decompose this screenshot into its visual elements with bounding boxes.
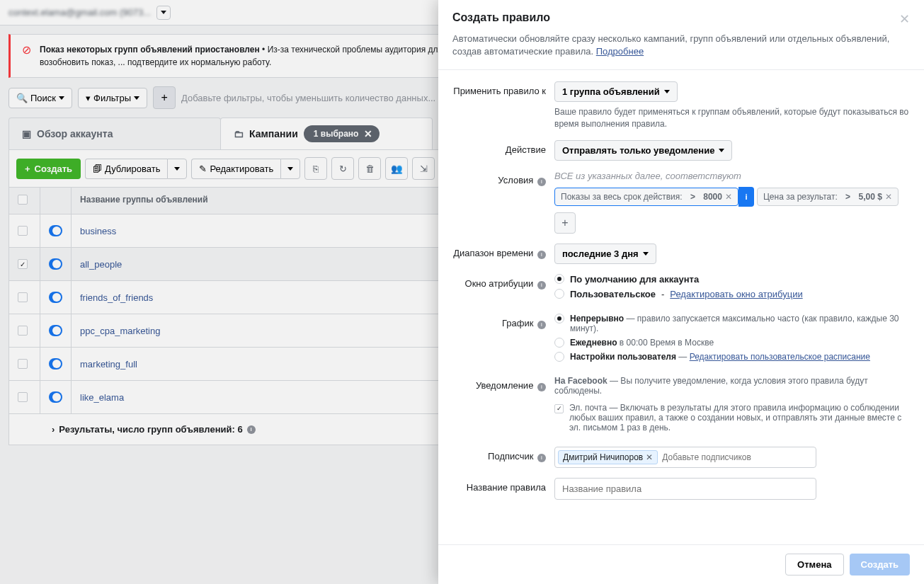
sched-daily-radio[interactable] (554, 338, 564, 348)
apply-to-select[interactable]: 1 группа объявлений (554, 81, 678, 102)
email-checkbox[interactable]: ✓ (554, 404, 564, 413)
apply-to-help: Ваше правило будет применяться к группам… (554, 106, 910, 130)
label-time-range: Диапазон времени i (452, 244, 546, 264)
add-condition-button[interactable]: + (554, 212, 576, 234)
attrib-default-radio[interactable] (554, 274, 564, 284)
label-subscriber: Подписчик i (452, 447, 546, 468)
condition-2[interactable]: Цена за результат: > 5,00 $ ✕ (757, 188, 899, 206)
edit-attribution-link[interactable]: Редактировать окно атрибуции (670, 289, 802, 299)
label-apply-to: Применить правило к (452, 81, 546, 130)
modal-description: Автоматически обновляйте сразу несколько… (438, 33, 924, 70)
time-range-select[interactable]: последние 3 дня (554, 244, 656, 264)
sched-continuous-radio[interactable] (554, 314, 564, 324)
condition-1[interactable]: Показы за весь срок действия: > 8000 ✕ (554, 188, 738, 206)
rule-name-input[interactable] (554, 478, 816, 500)
cond1-info-icon[interactable]: i (738, 187, 754, 207)
label-schedule: График i (452, 314, 546, 366)
subscriber-token: Дмитрий Ничипоров ✕ (558, 450, 658, 464)
label-action: Действие (452, 140, 546, 161)
label-attribution: Окно атрибуции i (452, 274, 546, 304)
label-notification: Уведомление i (452, 376, 546, 437)
cond1-remove-icon[interactable]: ✕ (725, 192, 732, 202)
subscriber-input[interactable]: Дмитрий Ничипоров ✕ (554, 447, 816, 468)
action-select[interactable]: Отправлять только уведомление (554, 140, 732, 161)
sched-custom-radio[interactable] (554, 352, 564, 362)
conditions-hint: ВСЕ из указанных далее, соответствуют (554, 171, 910, 181)
label-conditions: Условия i (452, 171, 546, 234)
subscriber-text-input[interactable] (662, 452, 813, 462)
create-rule-button[interactable]: Создать (850, 554, 910, 576)
close-icon[interactable]: ✕ (899, 11, 910, 27)
learn-more-link[interactable]: Подробнее (596, 46, 644, 57)
attrib-custom-radio[interactable] (554, 289, 564, 299)
modal-title: Создать правило (452, 11, 550, 24)
edit-schedule-link[interactable]: Редактировать пользовательское расписани… (690, 352, 870, 362)
create-rule-modal: Создать правило ✕ Автоматически обновляй… (438, 0, 924, 584)
label-rule-name: Название правила (452, 478, 546, 500)
cond2-remove-icon[interactable]: ✕ (885, 192, 892, 202)
token-remove-icon[interactable]: ✕ (646, 452, 653, 462)
cancel-button[interactable]: Отмена (785, 554, 843, 576)
